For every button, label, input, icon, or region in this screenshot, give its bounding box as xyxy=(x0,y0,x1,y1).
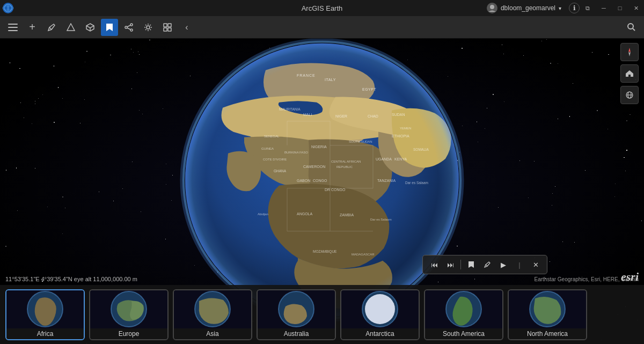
region-carousel: Africa Europe Asia xyxy=(0,285,644,344)
africa-label: Africa xyxy=(6,328,84,339)
coordinates-display: 11°53'35.1"E 4°39'35.4"N eye alt 11,000,… xyxy=(5,276,137,282)
svg-rect-14 xyxy=(164,28,167,31)
measure-button[interactable] xyxy=(62,19,79,36)
north-america-label: North America xyxy=(509,328,586,339)
carousel-item-south-america[interactable]: South America xyxy=(424,289,503,340)
south-america-globe xyxy=(425,290,502,328)
asia-globe xyxy=(174,290,251,328)
svg-marker-7 xyxy=(67,24,75,31)
compass-button[interactable] xyxy=(620,43,639,61)
window-controls: ⧉ ─ □ ✕ xyxy=(580,0,644,16)
prev-bookmark-button[interactable]: ⏮ xyxy=(427,258,441,272)
svg-marker-57 xyxy=(628,48,631,52)
playback-close-button[interactable]: ✕ xyxy=(529,258,543,272)
restore-button[interactable]: ⧉ xyxy=(580,0,596,16)
settings-button[interactable] xyxy=(140,19,157,36)
edit-button[interactable] xyxy=(480,258,494,272)
antarctica-globe xyxy=(341,290,419,328)
app-logo xyxy=(2,2,14,14)
australia-globe xyxy=(258,290,335,328)
svg-point-16 xyxy=(628,24,633,29)
globe-view-button[interactable] xyxy=(620,86,639,104)
svg-rect-15 xyxy=(168,28,171,31)
play-button[interactable]: ▶ xyxy=(496,258,510,272)
svg-rect-5 xyxy=(8,27,18,28)
share-button[interactable] xyxy=(120,19,137,36)
pipe-separator: | xyxy=(513,258,526,272)
carousel-item-north-america[interactable]: North America xyxy=(508,289,587,340)
australia-label: Australia xyxy=(258,328,335,339)
carousel-item-europe[interactable]: Europe xyxy=(89,289,169,340)
username[interactable]: dbloom_geomarvel xyxy=(501,4,555,12)
maximize-button[interactable]: □ xyxy=(612,0,628,16)
svg-point-3 xyxy=(490,5,494,9)
grid-button[interactable] xyxy=(159,19,176,36)
europe-globe xyxy=(90,290,167,328)
close-button[interactable]: ✕ xyxy=(628,0,644,16)
north-america-globe xyxy=(509,290,586,328)
user-avatar xyxy=(487,3,497,13)
titlebar: ArcGIS Earth dbloom_geomarvel ▾ ℹ ⧉ ─ □ … xyxy=(0,0,644,16)
asia-label: Asia xyxy=(174,328,251,339)
carousel-item-africa[interactable]: Africa xyxy=(5,289,85,340)
user-section: dbloom_geomarvel ▾ ℹ xyxy=(487,3,580,13)
bookmark-button[interactable] xyxy=(101,19,118,36)
svg-point-10 xyxy=(130,29,133,31)
esri-logo-text: esri xyxy=(621,270,639,283)
collapse-button[interactable]: ‹ xyxy=(178,19,195,36)
bookmark-add-button[interactable] xyxy=(464,258,478,272)
africa-globe xyxy=(6,290,84,328)
home-button[interactable] xyxy=(620,64,639,83)
carousel-item-australia[interactable]: Australia xyxy=(257,289,336,340)
right-controls xyxy=(620,43,639,104)
svg-rect-13 xyxy=(168,24,171,27)
playback-separator-1 xyxy=(460,260,461,269)
svg-rect-12 xyxy=(164,24,167,27)
scene-button[interactable] xyxy=(82,19,99,36)
app-title: ArcGIS Earth xyxy=(302,4,343,12)
menu-button[interactable] xyxy=(4,19,21,36)
svg-rect-6 xyxy=(8,30,18,31)
south-america-label: South America xyxy=(425,328,502,339)
svg-point-70 xyxy=(365,294,395,324)
svg-point-9 xyxy=(125,26,127,28)
carousel-item-antarctica[interactable]: Antarctica xyxy=(340,289,420,340)
svg-marker-58 xyxy=(628,52,631,56)
europe-label: Europe xyxy=(90,328,167,339)
info-button[interactable]: ℹ xyxy=(569,3,580,13)
user-dropdown-arrow[interactable]: ▾ xyxy=(559,5,561,11)
antarctica-label: Antarctica xyxy=(341,328,419,339)
search-button[interactable] xyxy=(623,19,640,36)
add-content-button[interactable]: + xyxy=(24,19,41,36)
svg-point-11 xyxy=(147,26,150,29)
esri-logo: esri xyxy=(621,270,639,284)
playback-controls: ⏮ ⏭ ▶ | ✕ xyxy=(422,255,547,274)
carousel-item-asia[interactable]: Asia xyxy=(173,289,252,340)
minimize-button[interactable]: ─ xyxy=(596,0,612,16)
svg-rect-4 xyxy=(8,24,18,25)
statusbar: 11°53'35.1"E 4°39'35.4"N eye alt 11,000,… xyxy=(0,273,644,285)
next-bookmark-button[interactable]: ⏭ xyxy=(443,258,457,272)
toolbar: + xyxy=(0,16,644,39)
svg-point-8 xyxy=(130,24,133,26)
sketch-button[interactable] xyxy=(43,19,60,36)
